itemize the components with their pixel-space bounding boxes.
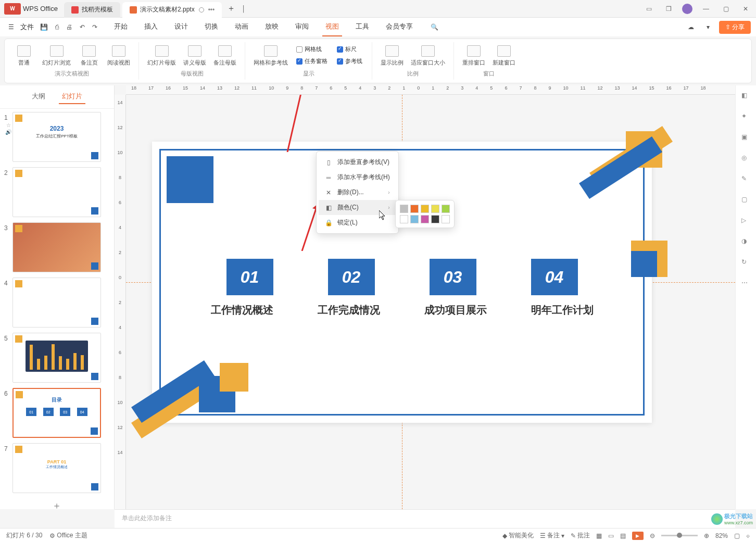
cloud-icon[interactable]: ☁ bbox=[685, 21, 697, 33]
undo-icon[interactable]: ↶ bbox=[77, 21, 88, 33]
checkbox-网格线[interactable]: 网格线 bbox=[296, 45, 327, 53]
palette-icon[interactable]: ◑ bbox=[741, 237, 751, 247]
sparkle-icon[interactable]: ✦ bbox=[741, 112, 751, 122]
ai-beautify-button[interactable]: ◆ 智能美化 bbox=[502, 531, 534, 540]
magic-icon[interactable]: ✎ bbox=[741, 175, 751, 184]
view-reading-icon[interactable]: ▤ bbox=[620, 532, 626, 539]
ribbon-tab[interactable]: 切换 bbox=[201, 18, 221, 36]
color-swatch[interactable] bbox=[400, 205, 408, 213]
color-swatch[interactable] bbox=[442, 205, 450, 213]
fit-icon[interactable]: ▢ bbox=[734, 532, 740, 539]
layers-icon[interactable]: ▣ bbox=[741, 133, 751, 143]
slide-thumbnail[interactable]: 3 bbox=[4, 222, 110, 272]
zoom-in-icon[interactable]: ⊕ bbox=[704, 532, 709, 539]
checkbox-标尺[interactable]: 标尺 bbox=[337, 45, 362, 53]
color-swatch[interactable] bbox=[410, 205, 419, 213]
slide-canvas[interactable]: 01020304 工作情况概述工作完成情况成功项目展示明年工作计划 ▯添加垂直参… bbox=[126, 95, 735, 509]
ribbon-button[interactable]: 阅读视图 bbox=[105, 44, 132, 68]
ribbon-button[interactable]: 幻灯片母版 bbox=[145, 44, 178, 68]
history-icon[interactable]: ↻ bbox=[741, 258, 751, 268]
add-vertical-guide[interactable]: ▯添加垂直参考线(V) bbox=[319, 155, 396, 170]
ribbon-tab[interactable]: 审阅 bbox=[292, 18, 312, 36]
slides-tab[interactable]: 幻灯片 bbox=[59, 90, 85, 104]
menu-icon[interactable]: ☰ bbox=[5, 21, 17, 33]
close-button[interactable]: ✕ bbox=[739, 3, 752, 15]
slide-thumbnail[interactable]: 7PART 01工作情况概述 bbox=[4, 443, 110, 493]
notes-toggle[interactable]: ☰ 备注 ▾ bbox=[540, 531, 564, 540]
redo-icon[interactable]: ↷ bbox=[89, 21, 100, 33]
ribbon-button[interactable]: 重排窗口 bbox=[460, 44, 487, 68]
minimize-button[interactable]: — bbox=[700, 3, 712, 15]
crop-icon[interactable]: ▢ bbox=[741, 196, 751, 205]
color-swatch[interactable] bbox=[410, 215, 419, 223]
zoom-slider[interactable] bbox=[661, 535, 698, 536]
media-icon[interactable]: ▷ bbox=[741, 217, 751, 226]
delete-guide[interactable]: ✕删除(D)...› bbox=[319, 185, 396, 200]
color-swatch[interactable] bbox=[400, 215, 408, 223]
save-icon[interactable]: 💾 bbox=[37, 21, 51, 33]
ribbon-tab[interactable]: 会员专享 bbox=[383, 18, 416, 36]
lock-zoom-icon[interactable]: ⟐ bbox=[746, 532, 750, 539]
color-swatch[interactable] bbox=[442, 215, 450, 223]
zoom-out-icon[interactable]: ⊖ bbox=[650, 532, 655, 539]
print-icon[interactable]: 🖨 bbox=[63, 21, 75, 33]
user-avatar[interactable] bbox=[682, 4, 692, 14]
comments-toggle[interactable]: ✎ 批注 bbox=[571, 531, 590, 540]
more-icon[interactable]: ⋯ bbox=[741, 279, 751, 288]
view-grid-icon[interactable]: ▦ bbox=[596, 532, 602, 539]
ribbon-tab[interactable]: 动画 bbox=[232, 18, 251, 36]
color-swatch[interactable] bbox=[431, 205, 439, 213]
ribbon-button[interactable]: 显示比例 bbox=[379, 44, 406, 68]
slide-thumbnail[interactable]: 2 bbox=[4, 167, 110, 217]
notes-area[interactable]: 单击此处添加备注 bbox=[115, 509, 735, 528]
color-swatch[interactable] bbox=[421, 205, 429, 213]
ribbon-tab[interactable]: 插入 bbox=[141, 18, 161, 36]
panel-icon[interactable]: ▭ bbox=[642, 3, 655, 15]
file-menu[interactable]: 文件 bbox=[18, 22, 36, 32]
ribbon-group-show: 网格和参考线 网格线任务窗格 标尺参考线 显示 bbox=[245, 42, 372, 80]
tab-templates[interactable]: 找稻壳模板 bbox=[64, 2, 120, 18]
ribbon-button[interactable]: 适应窗口大小 bbox=[409, 44, 447, 68]
ribbon-button[interactable]: 讲义母版 bbox=[181, 44, 208, 68]
slide-thumbnail[interactable]: 1☆🔊2023工作总结汇报PPT模板 bbox=[4, 112, 110, 162]
close-tab-icon[interactable]: ••• bbox=[208, 6, 215, 14]
checkbox-任务窗格[interactable]: 任务窗格 bbox=[296, 57, 327, 65]
tab-document[interactable]: 演示文稿素材2.pptx ••• bbox=[122, 2, 222, 18]
maximize-button[interactable]: ▢ bbox=[720, 3, 732, 15]
export-icon[interactable]: ⎙ bbox=[52, 21, 62, 33]
slide-thumbnail[interactable]: 4 bbox=[4, 278, 110, 328]
more-icon[interactable]: ▾ bbox=[703, 21, 713, 33]
slideshow-button[interactable]: ▶ bbox=[632, 532, 644, 540]
ribbon-tab[interactable]: 放映 bbox=[262, 18, 282, 36]
slide-panel: 大纲 幻灯片 1☆🔊2023工作总结汇报PPT模板23456目录01020304… bbox=[0, 85, 115, 509]
camera-icon[interactable]: ◎ bbox=[741, 154, 751, 163]
outline-tab[interactable]: 大纲 bbox=[29, 90, 48, 104]
share-button[interactable]: ⇧ 分享 bbox=[719, 21, 751, 34]
checkbox-参考线[interactable]: 参考线 bbox=[337, 57, 362, 65]
ribbon-tab[interactable]: 工具 bbox=[352, 18, 372, 36]
add-horizontal-guide[interactable]: ═添加水平参考线(H) bbox=[319, 170, 396, 185]
toc-number: 01 bbox=[226, 259, 273, 295]
color-swatch[interactable] bbox=[421, 215, 429, 223]
theme-indicator[interactable]: ⚙ Office 主题 bbox=[49, 531, 87, 540]
ribbon-button[interactable]: 备注页 bbox=[76, 44, 102, 68]
add-tab-button[interactable]: ＋ bbox=[224, 1, 238, 16]
toc-label: 工作情况概述 bbox=[211, 303, 273, 317]
add-slide-button[interactable]: ＋ bbox=[12, 498, 101, 509]
slide-thumbnail[interactable]: 6目录01020304 bbox=[4, 388, 110, 438]
ribbon-tab[interactable]: 开始 bbox=[111, 18, 131, 36]
ribbon-button[interactable]: 幻灯片浏览 bbox=[40, 44, 73, 68]
grid-and-guides-button[interactable]: 网格和参考线 bbox=[251, 44, 290, 68]
ribbon-tab[interactable]: 视图 bbox=[322, 18, 342, 36]
color-swatch[interactable] bbox=[431, 215, 439, 223]
ribbon-tab[interactable]: 设计 bbox=[171, 18, 191, 36]
ribbon-button[interactable]: 备注母版 bbox=[211, 44, 238, 68]
ribbon-button[interactable]: 新建窗口 bbox=[490, 44, 518, 68]
search-icon[interactable]: 🔍 bbox=[427, 21, 442, 33]
zoom-value[interactable]: 82% bbox=[715, 532, 728, 539]
panel-toggle-icon[interactable]: ◧ bbox=[741, 92, 751, 101]
slide-thumbnail[interactable]: 5 bbox=[4, 333, 110, 383]
ribbon-button[interactable]: 普通 bbox=[11, 44, 37, 68]
cube-icon[interactable]: ❒ bbox=[662, 3, 675, 15]
view-normal-icon[interactable]: ▭ bbox=[608, 532, 614, 539]
